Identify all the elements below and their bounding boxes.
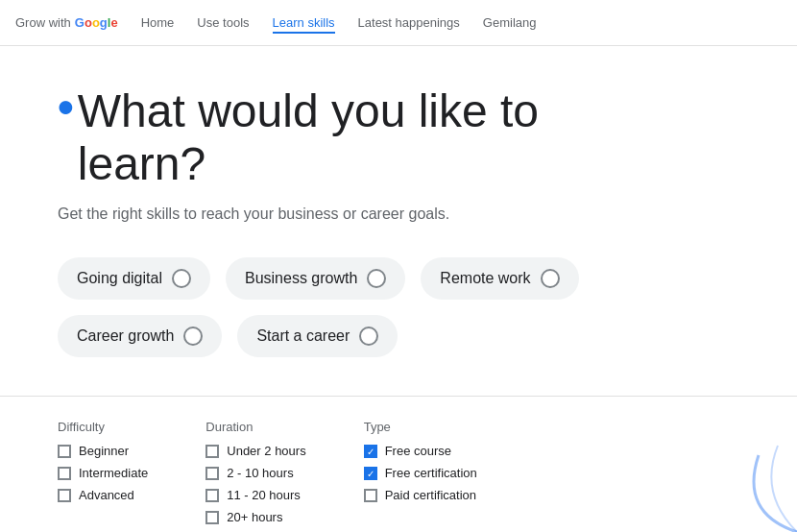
checkbox-free-course[interactable]: [364, 445, 377, 458]
filter-item-label-paid-cert: Paid certification: [385, 488, 476, 502]
filter-group-difficulty: DifficultyBeginnerIntermediateAdvanced: [58, 420, 148, 532]
filter-item-beginner: Beginner: [58, 444, 148, 458]
headline-line2: learn?: [78, 137, 539, 190]
checkbox-advanced[interactable]: [58, 489, 71, 502]
chip-going-digital[interactable]: Going digital: [58, 257, 210, 300]
chip-radio-start-a-career: [359, 326, 378, 346]
chip-radio-career-growth: [183, 326, 203, 346]
checkbox-2-10h[interactable]: [205, 467, 219, 480]
headline-bullet: •: [58, 85, 74, 131]
navbar: Grow with Google HomeUse toolsLearn skil…: [0, 0, 797, 46]
filter-item-2-10h: 2 - 10 hours: [205, 466, 305, 480]
filter-group-label-difficulty: Difficulty: [58, 420, 148, 434]
chip-business-growth[interactable]: Business growth: [226, 257, 405, 300]
filter-item-paid-cert: Paid certification: [364, 488, 477, 502]
filter-item-advanced: Advanced: [58, 488, 148, 502]
chip-radio-going-digital: [172, 269, 191, 288]
chip-label-career-growth: Career growth: [77, 327, 174, 345]
main-content: • What would you like to learn? Get the …: [0, 46, 797, 532]
checkbox-under-2h[interactable]: [205, 445, 219, 458]
chip-start-a-career[interactable]: Start a career: [237, 315, 398, 357]
checkbox-beginner[interactable]: [58, 445, 71, 458]
chip-remote-work[interactable]: Remote work: [421, 257, 578, 300]
nav-link-use-tools[interactable]: Use tools: [197, 12, 249, 34]
checkbox-intermediate[interactable]: [58, 467, 71, 480]
filter-item-under-2h: Under 2 hours: [205, 444, 305, 458]
filter-item-label-advanced: Advanced: [79, 488, 134, 502]
nav-link-gemilang[interactable]: Gemilang: [483, 12, 537, 34]
filter-item-label-intermediate: Intermediate: [79, 466, 148, 480]
chip-label-start-a-career: Start a career: [256, 327, 350, 345]
filter-item-label-free-cert: Free certification: [385, 466, 477, 480]
filter-item-label-11-20h: 11 - 20 hours: [227, 488, 301, 502]
nav-link-learn-skills[interactable]: Learn skills: [273, 12, 335, 34]
chip-career-growth[interactable]: Career growth: [58, 315, 222, 357]
filter-group-duration: DurationUnder 2 hours2 - 10 hours11 - 20…: [205, 420, 305, 532]
site-logo: Grow with Google: [15, 15, 118, 30]
checkbox-free-cert[interactable]: [364, 467, 377, 480]
filter-group-label-type: Type: [364, 420, 477, 434]
headline-row: • What would you like to learn?: [58, 85, 739, 190]
filter-item-label-2-10h: 2 - 10 hours: [227, 466, 293, 480]
chip-radio-remote-work: [541, 269, 560, 288]
google-logo: Google: [75, 15, 118, 30]
filters-row: DifficultyBeginnerIntermediateAdvancedDu…: [58, 420, 739, 532]
checkbox-11-20h[interactable]: [205, 489, 219, 502]
divider: [0, 396, 797, 397]
checkbox-paid-cert[interactable]: [364, 489, 377, 502]
subtitle: Get the right skills to reach your busin…: [58, 206, 739, 223]
filter-item-free-course: Free course: [364, 444, 477, 458]
filter-item-label-under-2h: Under 2 hours: [227, 444, 305, 458]
filter-group-type: TypeFree courseFree certificationPaid ce…: [364, 420, 477, 532]
filter-item-20plus: 20+ hours: [205, 510, 305, 524]
chip-label-business-growth: Business growth: [245, 270, 357, 287]
chip-label-remote-work: Remote work: [440, 270, 530, 287]
filter-item-label-20plus: 20+ hours: [227, 510, 282, 524]
filter-item-intermediate: Intermediate: [58, 466, 148, 480]
filter-item-label-beginner: Beginner: [79, 444, 129, 458]
headline: What would you like to learn?: [78, 85, 539, 190]
checkbox-20plus[interactable]: [205, 511, 219, 524]
filter-item-11-20h: 11 - 20 hours: [205, 488, 305, 502]
nav-links: HomeUse toolsLearn skillsLatest happenin…: [141, 12, 537, 34]
filter-item-free-cert: Free certification: [364, 466, 477, 480]
logo-prefix: Grow with: [15, 15, 71, 30]
chip-radio-business-growth: [367, 269, 386, 288]
filter-item-label-free-course: Free course: [385, 444, 451, 458]
nav-link-latest-happenings[interactable]: Latest happenings: [358, 12, 460, 34]
chip-label-going-digital: Going digital: [77, 270, 162, 287]
headline-line1: What would you like to: [78, 85, 539, 137]
filter-group-label-duration: Duration: [205, 420, 305, 434]
filter-chips: Going digitalBusiness growthRemote workC…: [58, 257, 739, 357]
nav-link-home[interactable]: Home: [141, 12, 175, 34]
